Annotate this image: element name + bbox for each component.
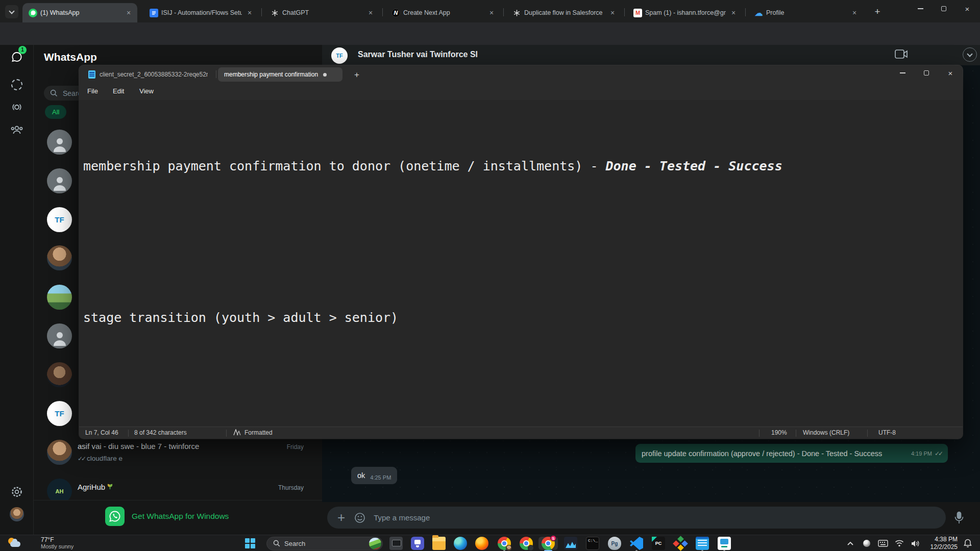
diamond-app-button[interactable]: [671, 537, 690, 550]
emoji-icon[interactable]: [354, 512, 365, 523]
taskpro-button[interactable]: [715, 537, 734, 550]
start-button[interactable]: [245, 538, 255, 548]
get-whatsapp-banner[interactable]: Get WhatsApp for Windows: [34, 500, 322, 535]
tab-search-button[interactable]: [5, 5, 18, 18]
avatar[interactable]: [47, 362, 72, 387]
menu-edit[interactable]: Edit: [108, 85, 129, 97]
avatar: [47, 440, 72, 465]
notepad-new-tab-button[interactable]: +: [351, 69, 363, 81]
chrome-icon: [520, 537, 533, 550]
browser-tab-salesforce-flow[interactable]: Duplicate flow in Salesforce ×: [506, 3, 621, 22]
whatsapp-icon: [29, 9, 37, 17]
notepad-taskbar-button[interactable]: [693, 537, 712, 550]
avatar[interactable]: [47, 168, 72, 193]
pycharm-button[interactable]: PC: [649, 537, 668, 550]
notepad-editor[interactable]: membership payment confirmation to donor…: [79, 100, 963, 427]
notepad-tab-membership[interactable]: membership payment confirmation: [218, 67, 342, 82]
notifications-bell-icon[interactable]: [962, 538, 974, 549]
new-tab-button[interactable]: +: [871, 5, 884, 18]
browser-close-button[interactable]: ×: [955, 0, 979, 17]
minimize-icon: [918, 8, 923, 9]
salesforce-cloud-icon: ☁: [754, 9, 763, 17]
conversation-header[interactable]: TF Sarwar Tusher vai Twinforce Sl: [322, 45, 980, 65]
menu-view[interactable]: View: [134, 85, 159, 97]
avatar[interactable]: [47, 130, 72, 155]
encoding[interactable]: UTF-8: [878, 429, 896, 436]
status-icon[interactable]: [10, 78, 24, 92]
file-explorer-button[interactable]: [429, 537, 449, 550]
avatar-twinforce[interactable]: TF: [47, 207, 72, 232]
incoming-message-bubble[interactable]: ok 4:25 PM: [351, 467, 397, 484]
postgresql-button[interactable]: Pg: [605, 537, 624, 550]
tab-separator: [624, 8, 625, 16]
avatar-twinforce[interactable]: TF: [47, 401, 72, 426]
message-placeholder: Type a message: [374, 513, 430, 522]
outgoing-message-bubble[interactable]: profile update confirmation (approve / r…: [635, 444, 948, 463]
attach-plus-icon[interactable]: +: [337, 510, 345, 525]
whatsapp-profile-avatar[interactable]: [10, 507, 24, 521]
vscode-button[interactable]: [627, 537, 646, 550]
firefox-button[interactable]: [472, 537, 492, 550]
browser-tab-whatsapp[interactable]: (1) WhatsApp ×: [22, 3, 137, 22]
browser-tab-gmail-spam[interactable]: M Spam (1) - ishann.tforce@gmai ×: [627, 3, 742, 22]
conversation-avatar[interactable]: TF: [331, 47, 348, 64]
edge-button[interactable]: [451, 537, 470, 550]
tab-close-icon[interactable]: ×: [245, 8, 254, 17]
touch-keyboard-icon[interactable]: [877, 538, 889, 549]
firefox-icon: [475, 537, 488, 550]
task-view-button[interactable]: [386, 537, 406, 550]
search-placeholder: Search: [284, 540, 305, 547]
browser-tab-chatgpt[interactable]: ChatGPT ×: [264, 3, 379, 22]
avatar[interactable]: [47, 245, 72, 270]
system-clock[interactable]: 4:38 PM 12/2/2025: [930, 536, 958, 551]
profile-badge-s: S: [550, 535, 556, 541]
communities-icon[interactable]: [10, 122, 24, 137]
notepad-minimize-button[interactable]: [891, 65, 914, 81]
notepad-window[interactable]: client_secret_2_60053885332-2reqe52rribc…: [79, 65, 963, 439]
tab-close-icon[interactable]: ×: [366, 8, 375, 17]
browser-tab-profile[interactable]: ☁ Profile ×: [748, 3, 863, 22]
notepad-maximize-button[interactable]: [915, 65, 938, 81]
chrome-profile3-button-active[interactable]: S: [538, 537, 558, 550]
chrome-profile1-button[interactable]: [495, 537, 514, 550]
tab-close-icon[interactable]: ×: [487, 8, 496, 17]
header-menu-icon[interactable]: [963, 47, 977, 62]
browser-minimize-button[interactable]: [909, 0, 932, 17]
file-tab-label: membership payment confirmation: [224, 71, 318, 78]
browser-tab-next-app[interactable]: N Create Next App ×: [385, 3, 500, 22]
photos-app-button[interactable]: [561, 537, 580, 550]
search-highlight-image: [369, 538, 381, 549]
tab-close-icon[interactable]: ×: [729, 8, 738, 17]
terminal-button[interactable]: C:\_: [583, 537, 602, 550]
hidden-icons-chevron[interactable]: [844, 538, 856, 549]
avatar[interactable]: [47, 285, 72, 310]
tab-close-icon[interactable]: ×: [850, 8, 859, 17]
teams-button[interactable]: [408, 537, 427, 550]
unread-count-badge: 1: [18, 46, 27, 54]
tab-close-icon[interactable]: ×: [608, 8, 617, 17]
chat-date: Friday: [287, 443, 304, 450]
wifi-icon[interactable]: [893, 538, 905, 549]
tab-close-icon[interactable]: ×: [124, 8, 133, 17]
notepad-close-button[interactable]: ×: [939, 65, 962, 81]
message-input[interactable]: + Type a message: [327, 507, 946, 529]
volume-icon[interactable]: [910, 538, 922, 549]
browser-tab-isij[interactable]: ISIJ - Automation/Flows Setup - ×: [143, 3, 258, 22]
filter-all-chip[interactable]: All: [45, 105, 66, 119]
tab-label: ISIJ - Automation/Flows Setup -: [161, 9, 242, 16]
channels-icon[interactable]: [10, 100, 24, 114]
avatar[interactable]: [47, 323, 72, 348]
chatgpt-icon: [512, 9, 521, 17]
chrome-profile2-button[interactable]: [517, 537, 536, 550]
line-endings[interactable]: Windows (CRLF): [803, 429, 849, 436]
menu-file[interactable]: File: [82, 85, 103, 97]
notepad-tab-client-secret[interactable]: client_secret_2_60053885332-2reqe52rribc: [82, 67, 214, 82]
browser-maximize-button[interactable]: [932, 0, 955, 17]
voice-message-mic-icon[interactable]: [953, 511, 965, 527]
tray-ball-icon[interactable]: [861, 538, 873, 549]
zoom-level[interactable]: 190%: [771, 429, 787, 436]
video-call-icon[interactable]: [895, 49, 908, 61]
formatting-indicator[interactable]: Formatted: [233, 429, 273, 436]
taskbar-search-box[interactable]: Search: [266, 537, 383, 550]
settings-gear-icon[interactable]: [10, 485, 24, 499]
